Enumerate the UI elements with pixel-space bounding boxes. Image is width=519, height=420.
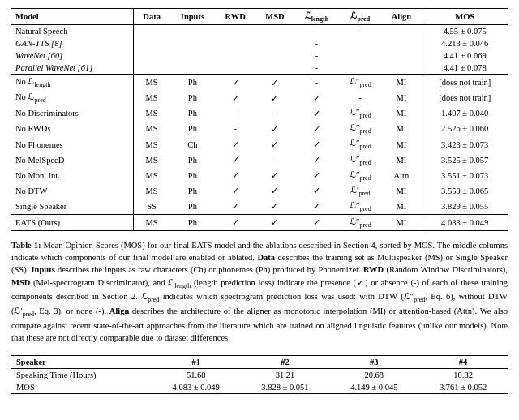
spk1-mos: 4.083 ± 0.049 xyxy=(152,381,241,394)
data-val xyxy=(133,25,170,38)
inputs-val: Ph xyxy=(170,199,216,215)
msd-val: ✓ xyxy=(255,183,294,199)
mos-val: [does not train] xyxy=(422,75,508,91)
inputs-val: Ch xyxy=(170,136,216,152)
llength-val: - xyxy=(294,75,340,91)
align-val: MI xyxy=(381,183,422,199)
caption-rwd-label: RWD xyxy=(363,265,384,274)
msd-val: ✓ xyxy=(255,199,294,215)
msd-val xyxy=(255,62,294,75)
data-val: MS xyxy=(133,90,170,105)
rwd-val xyxy=(215,49,255,62)
speaker-col-header: Speaker xyxy=(11,356,152,369)
table-row: Natural Speech - 4.55 ± 0.075 xyxy=(11,25,508,38)
align-val xyxy=(381,25,422,38)
msd-val xyxy=(255,49,294,62)
msd-val: ✓ xyxy=(255,214,294,230)
col-header-align: Align xyxy=(381,9,422,25)
data-val: MS xyxy=(133,183,170,199)
lpred-val: ℒ′pred xyxy=(339,183,381,199)
model-name: No DTW xyxy=(11,183,133,199)
model-name: No RWDs xyxy=(11,121,133,136)
lpred-val: - xyxy=(339,90,381,105)
col-header-llength: ℒlength xyxy=(294,9,340,25)
rwd-val xyxy=(215,62,255,75)
llength-val: ✓ xyxy=(294,90,340,105)
mos-val: [does not train] xyxy=(422,90,508,105)
lpred-val xyxy=(339,37,381,49)
llength-val: ✓ xyxy=(294,183,340,199)
mos-val: 3.423 ± 0.073 xyxy=(422,136,508,152)
col-header-rwd: RWD xyxy=(215,9,255,25)
model-name: GAN-TTS [8] xyxy=(11,37,133,49)
model-name: No Phonemes xyxy=(11,136,133,152)
align-val: Attn xyxy=(381,168,422,183)
align-val: MI xyxy=(381,199,422,215)
mos-val: 3.559 ± 0.065 xyxy=(422,183,508,199)
data-val xyxy=(133,49,170,62)
align-val xyxy=(381,49,422,62)
msd-val: ✓ xyxy=(255,136,294,152)
spk1-time: 51.68 xyxy=(152,369,241,382)
lpred-val: ℒ″pred xyxy=(339,136,381,152)
caption-msd-label: MSD xyxy=(11,278,30,287)
main-results-table: Model Data Inputs RWD MSD ℒlength ℒpred … xyxy=(11,8,508,231)
spk2-time: 31.21 xyxy=(241,369,330,382)
spk2-mos: 3.828 ± 0.051 xyxy=(241,381,330,394)
model-name: Parallel WaveNet [61] xyxy=(11,62,133,75)
rwd-val: ✓ xyxy=(215,214,255,230)
inputs-val xyxy=(170,49,216,62)
llength-val: ✓ xyxy=(294,168,340,183)
align-val: MI xyxy=(381,152,422,168)
rwd-val: - xyxy=(215,105,255,121)
table-row: Single Speaker SS Ph ✓ ✓ ✓ ℒ″pred MI 3.8… xyxy=(11,199,508,215)
table-row: Parallel WaveNet [61] - 4.41 ± 0.078 xyxy=(11,62,508,75)
lpred-val: ℒ″pred xyxy=(339,214,381,230)
col-header-data: Data xyxy=(133,9,170,25)
msd-val: ✓ xyxy=(255,90,294,105)
table-row: No MelSpecD MS Ph ✓ - ✓ ℒ″pred MI 3.525 … xyxy=(11,152,508,168)
caption-data-label: Data xyxy=(258,253,276,262)
mos-val: 1.407 ± 0.040 xyxy=(422,105,508,121)
data-val: MS xyxy=(133,75,170,91)
lpred-val: ℒ″pred xyxy=(339,105,381,121)
table-row: MOS 4.083 ± 0.049 3.828 ± 0.051 4.149 ± … xyxy=(11,381,508,394)
msd-val: - xyxy=(255,105,294,121)
row-label: Speaking Time (Hours) xyxy=(11,369,152,382)
align-val xyxy=(381,37,422,49)
mos-val: 4.41 ± 0.078 xyxy=(422,62,508,75)
msd-val: - xyxy=(255,152,294,168)
model-name: EATS (Ours) xyxy=(11,214,133,230)
lpred-val xyxy=(339,49,381,62)
llength-val: ✓ xyxy=(294,136,340,152)
data-val xyxy=(133,37,170,49)
rwd-val xyxy=(215,25,255,38)
mos-val: 4.55 ± 0.075 xyxy=(422,25,508,38)
col-header-lpred: ℒpred xyxy=(339,9,381,25)
inputs-val: Ph xyxy=(170,105,216,121)
llength-val: ✓ xyxy=(294,152,340,168)
model-name: No ℒpred xyxy=(11,90,133,105)
data-val: SS xyxy=(133,199,170,215)
rwd-val: ✓ xyxy=(215,152,255,168)
table-row: No RWDs MS Ph - ✓ ✓ ℒ″pred MI 2.526 ± 0.… xyxy=(11,121,508,136)
msd-val xyxy=(255,25,294,38)
mos-val: 3.551 ± 0.073 xyxy=(422,168,508,183)
align-val: MI xyxy=(381,75,422,91)
lpred-val: ℒ″pred xyxy=(339,199,381,215)
rwd-val xyxy=(215,37,255,49)
speaker-1-header: #1 xyxy=(152,356,241,369)
rwd-val: ✓ xyxy=(215,199,255,215)
lpred-val: ℒ″pred xyxy=(339,168,381,183)
caption-label: Table 1: xyxy=(11,241,41,250)
msd-val: ✓ xyxy=(255,121,294,136)
speaker-3-header: #3 xyxy=(329,356,418,369)
inputs-val xyxy=(170,25,216,38)
lpred-val: ℒ″pred xyxy=(339,152,381,168)
col-header-msd: MSD xyxy=(255,9,294,25)
lpred-val xyxy=(339,62,381,75)
table-row: No ℒlength MS Ph ✓ ✓ - ℒ″pred MI [does n… xyxy=(11,75,508,91)
table-row: EATS (Ours) MS Ph ✓ ✓ ✓ ℒ″pred MI 4.083 … xyxy=(11,214,508,230)
speaker-table: Speaker #1 #2 #3 #4 Speaking Time (Hours… xyxy=(11,355,508,394)
inputs-val: Ph xyxy=(170,168,216,183)
